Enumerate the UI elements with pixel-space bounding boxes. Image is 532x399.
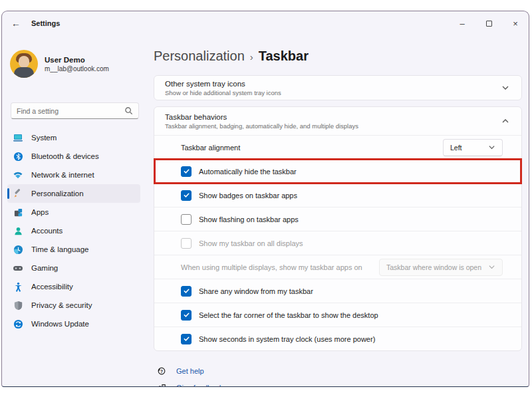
shield-icon	[13, 300, 23, 311]
chevron-down-icon	[488, 144, 495, 151]
other-system-tray-icons-card[interactable]: Other system tray icons Show or hide add…	[154, 75, 522, 100]
main-content: Personalization › Taskbar Other system t…	[148, 35, 529, 386]
sidebar-item-label: Windows Update	[31, 320, 89, 328]
breadcrumb-parent[interactable]: Personalization	[154, 49, 245, 64]
back-arrow-icon[interactable]: ←	[11, 18, 26, 29]
share-window-checkbox[interactable]	[181, 286, 192, 297]
show-flashing-row[interactable]: Show flashing on taskbar apps	[154, 207, 521, 231]
far-corner-checkbox[interactable]	[181, 310, 192, 321]
profile-name: User Demo	[45, 56, 109, 64]
dropdown-value: Left	[450, 144, 462, 152]
minimize-button[interactable]: –	[449, 11, 475, 35]
bluetooth-icon	[13, 151, 23, 162]
avatar	[10, 50, 38, 78]
give-feedback-link[interactable]: Give feedback	[156, 382, 522, 387]
svg-text:?: ?	[160, 369, 163, 374]
system-icon	[13, 132, 23, 143]
person-icon	[13, 225, 23, 236]
window-title: Settings	[31, 19, 60, 27]
sidebar-item-system[interactable]: System	[7, 128, 140, 147]
breadcrumb: Personalization › Taskbar	[154, 49, 522, 64]
footer-links: ? Get help Give feedback	[156, 366, 522, 387]
show-seconds-row[interactable]: Show seconds in system tray clock (uses …	[154, 327, 521, 350]
sidebar-item-accessibility[interactable]: Accessibility	[7, 277, 140, 296]
close-button[interactable]: ×	[502, 11, 529, 35]
sidebar-item-bluetooth[interactable]: Bluetooth & devices	[7, 147, 140, 166]
taskbar-all-displays-row: Show my taskbar on all displays	[154, 231, 521, 255]
taskbar-alignment-row: Taskbar alignment Left	[154, 135, 521, 159]
update-icon	[13, 319, 23, 329]
wifi-icon	[13, 170, 23, 180]
auto-hide-taskbar-row[interactable]: Automatically hide the taskbar	[154, 159, 521, 183]
sidebar-item-label: Privacy & security	[31, 301, 92, 309]
help-icon: ?	[156, 366, 167, 376]
feedback-icon	[156, 382, 167, 387]
sidebar-item-label: Accessibility	[31, 283, 73, 291]
show-badges-row[interactable]: Show badges on taskbar apps	[154, 183, 521, 207]
tray-card-subtitle: Show or hide additional system tray icon…	[165, 89, 501, 96]
sidebar-item-personalization[interactable]: Personalization	[7, 184, 140, 203]
auto-hide-checkbox[interactable]	[181, 166, 192, 177]
taskbar-alignment-dropdown[interactable]: Left	[443, 139, 503, 156]
sidebar-item-network[interactable]: Network & internet	[7, 166, 140, 184]
sidebar-item-accounts[interactable]: Accounts	[7, 221, 140, 240]
show-badges-checkbox[interactable]	[181, 190, 192, 201]
all-displays-checkbox	[181, 238, 192, 249]
behaviors-subtitle: Taskbar alignment, badging, automaticall…	[165, 122, 501, 130]
page-title: Taskbar	[259, 49, 309, 64]
taskbar-alignment-label: Taskbar alignment	[181, 144, 240, 152]
show-badges-label: Show badges on taskbar apps	[199, 192, 297, 200]
accessibility-icon	[13, 281, 23, 292]
chevron-down-icon	[488, 263, 495, 271]
get-help-label: Get help	[176, 367, 204, 375]
search-box[interactable]	[11, 102, 139, 119]
sidebar-item-label: Accounts	[31, 227, 63, 235]
apps-icon	[13, 207, 23, 217]
multiple-displays-dropdown: Taskbar where window is open	[379, 259, 503, 276]
chevron-up-icon[interactable]	[501, 117, 509, 125]
taskbar-behaviors-card: Taskbar behaviors Taskbar alignment, bad…	[154, 106, 522, 351]
chevron-down-icon[interactable]	[501, 84, 509, 92]
share-window-label: Share any window from my taskbar	[199, 287, 313, 295]
sidebar-item-windows-update[interactable]: Windows Update	[7, 315, 140, 333]
search-icon	[124, 106, 133, 115]
titlebar: ← Settings – ×	[2, 11, 529, 35]
tray-card-title: Other system tray icons	[165, 80, 501, 88]
sidebar-item-label: Bluetooth & devices	[31, 152, 99, 160]
sidebar-item-label: Gaming	[31, 264, 58, 272]
sidebar-item-label: Time & language	[31, 245, 89, 253]
show-flashing-checkbox[interactable]	[181, 214, 192, 225]
sidebar-item-privacy[interactable]: Privacy & security	[7, 296, 140, 315]
sidebar-item-label: System	[31, 134, 57, 142]
breadcrumb-separator-icon: ›	[250, 51, 253, 63]
maximize-icon	[486, 21, 492, 27]
maximize-button[interactable]	[475, 11, 502, 35]
sidebar-item-apps[interactable]: Apps	[7, 203, 140, 221]
show-seconds-checkbox[interactable]	[181, 334, 192, 344]
clock-icon	[13, 244, 23, 255]
settings-window: ← Settings – × User Demo m__lab@outlook.…	[1, 11, 529, 387]
sidebar-item-label: Network & internet	[31, 171, 94, 179]
sidebar: User Demo m__lab@outlook.com System Blue…	[2, 35, 148, 386]
sidebar-item-gaming[interactable]: Gaming	[7, 259, 140, 277]
show-seconds-label: Show seconds in system tray clock (uses …	[199, 335, 375, 343]
dropdown-value: Taskbar where window is open	[386, 263, 481, 271]
gamepad-icon	[13, 263, 23, 273]
give-feedback-label: Give feedback	[176, 384, 223, 387]
sidebar-item-time-language[interactable]: Time & language	[7, 240, 140, 259]
multiple-displays-row: When using multiple displays, show my ta…	[154, 255, 521, 279]
get-help-link[interactable]: ? Get help	[156, 366, 522, 376]
sidebar-item-label: Apps	[31, 208, 49, 216]
behaviors-title: Taskbar behaviors	[165, 113, 501, 121]
sidebar-item-label: Personalization	[31, 190, 84, 198]
window-controls: – ×	[449, 11, 529, 35]
sidebar-nav: System Bluetooth & devices Network & int…	[7, 128, 140, 333]
profile[interactable]: User Demo m__lab@outlook.com	[10, 50, 109, 78]
share-window-row[interactable]: Share any window from my taskbar	[154, 279, 521, 303]
search-input[interactable]	[17, 107, 124, 115]
far-corner-row[interactable]: Select the far corner of the taskbar to …	[154, 303, 521, 327]
far-corner-label: Select the far corner of the taskbar to …	[199, 311, 378, 319]
auto-hide-label: Automatically hide the taskbar	[199, 168, 297, 176]
profile-email: m__lab@outlook.com	[45, 65, 109, 72]
taskbar-behaviors-header[interactable]: Taskbar behaviors Taskbar alignment, bad…	[154, 107, 521, 135]
